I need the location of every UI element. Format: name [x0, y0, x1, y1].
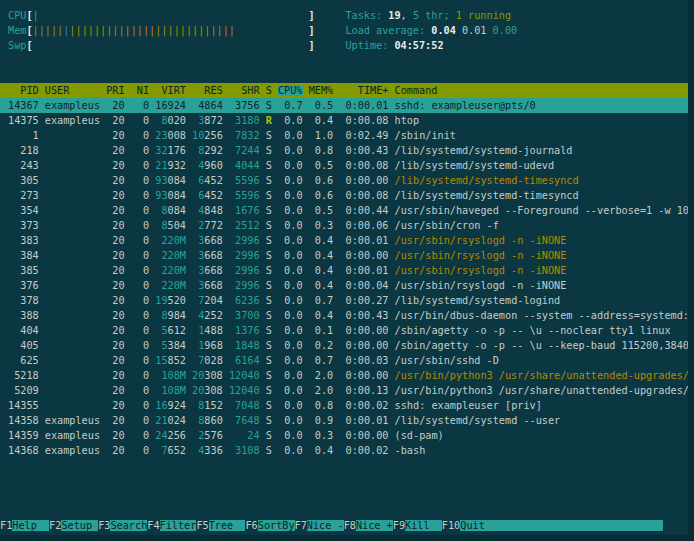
fkey-f9-kill[interactable]: F9Kill: [393, 520, 442, 531]
process-row[interactable]: 14355 20 0 16924 8152 7048 S 0.0 0.8 0:0…: [0, 398, 688, 413]
meter-empty: [39, 10, 309, 21]
column-header-time[interactable]: TIME+: [339, 85, 388, 96]
process-row[interactable]: 14375 exampleus 20 0 8020 3872 3180 R 0.…: [0, 113, 688, 128]
fkey-key-label[interactable]: F2: [49, 520, 61, 531]
process-row[interactable]: 5209 20 0 108M 20308 12040 S 0.0 2.0 0:0…: [0, 383, 688, 398]
process-row[interactable]: 376 20 0 220M 3668 2996 S 0.0 0.4 0:00.0…: [0, 278, 688, 293]
fkey-action-label[interactable]: SortBy: [258, 520, 295, 531]
column-header-shr[interactable]: SHR: [229, 85, 260, 96]
cell-mem: 0.5: [309, 100, 334, 111]
process-row[interactable]: 625 20 0 15852 7028 6164 S 0.0 0.7 0:00.…: [0, 353, 688, 368]
process-row[interactable]: 1 20 0 23008 10256 7832 S 0.0 1.0 0:02.4…: [0, 128, 688, 143]
process-row-selected[interactable]: 14367 exampleus 20 0 16924 4864 3756 S 0…: [0, 98, 688, 113]
process-row[interactable]: 405 20 0 5384 1968 1848 S 0.0 0.2 0:00.0…: [0, 338, 688, 353]
cell-time: 0:00.01: [339, 100, 388, 111]
fkey-f2-setup[interactable]: F2Setup: [49, 520, 98, 531]
fkey-action-label[interactable]: Help: [12, 520, 49, 531]
fkey-key-label[interactable]: F10: [442, 520, 460, 531]
cell-time: 0:00.08: [339, 115, 388, 126]
fkey-key-label[interactable]: F8: [344, 520, 356, 531]
cell-cpu: 0.0: [278, 115, 303, 126]
cell-pri: 20: [106, 190, 124, 201]
column-header-cmd[interactable]: Command: [395, 85, 438, 96]
cell-time: 0:00.00: [339, 325, 388, 336]
fkey-action-label[interactable]: Kill: [405, 520, 442, 531]
column-header-res[interactable]: RES: [192, 85, 223, 96]
process-row[interactable]: 14358 exampleus 20 0 21024 8860 7648 S 0…: [0, 413, 688, 428]
fkey-key-label[interactable]: F7: [295, 520, 307, 531]
fkey-f4-filter[interactable]: F4Filter: [147, 520, 196, 531]
cell-user: exampleus: [45, 415, 100, 426]
fkey-f7-nice[interactable]: F7Nice -: [295, 520, 344, 531]
cell-res: 668: [204, 280, 222, 291]
cell-shr: 2996: [229, 265, 260, 276]
cell-command: /usr/sbin/rsyslogd -n -iNONE: [395, 250, 567, 261]
fkey-f8-nice[interactable]: F8Nice +: [344, 520, 393, 531]
process-row[interactable]: 354 20 0 8084 4848 1676 S 0.0 0.5 0:00.4…: [0, 203, 688, 218]
fkey-action-label[interactable]: Search: [110, 520, 147, 531]
fkey-key-label[interactable]: F6: [245, 520, 257, 531]
cell-ni: 0: [131, 400, 149, 411]
cell-command: /lib/systemd/systemd-logind: [395, 295, 561, 306]
fkey-action-label[interactable]: Nice +: [356, 520, 393, 531]
fkey-key-label[interactable]: F5: [196, 520, 208, 531]
cell-pid: 388: [8, 310, 39, 321]
column-header-mem[interactable]: MEM%: [309, 85, 334, 96]
fkey-f3-search[interactable]: F3Search: [98, 520, 147, 531]
fkey-action-label[interactable]: Quit: [460, 520, 497, 531]
cell-mem: 0.8: [309, 400, 334, 411]
process-row[interactable]: 14368 exampleus 20 0 7652 4336 3108 S 0.…: [0, 443, 688, 458]
column-header-virt[interactable]: VIRT: [155, 85, 186, 96]
fkey-key-label[interactable]: F4: [147, 520, 159, 531]
column-header-ni[interactable]: NI: [131, 85, 149, 96]
process-row[interactable]: 385 20 0 220M 3668 2996 S 0.0 0.4 0:00.0…: [0, 263, 688, 278]
fkey-key-label[interactable]: F1: [0, 520, 12, 531]
process-row[interactable]: 383 20 0 220M 3668 2996 S 0.0 0.4 0:00.0…: [0, 233, 688, 248]
fkey-action-label[interactable]: Filter: [160, 520, 197, 531]
cell-pri: 20: [106, 325, 124, 336]
process-row[interactable]: 404 20 0 5612 1488 1376 S 0.0 0.1 0:00.0…: [0, 323, 688, 338]
process-row[interactable]: 388 20 0 8984 4252 3700 S 0.0 0.4 0:00.4…: [0, 308, 688, 323]
cell-res: 772: [204, 220, 222, 231]
cell-res: 1: [192, 340, 204, 351]
cell-pri: 20: [106, 130, 124, 141]
process-row[interactable]: 273 20 0 93084 6452 5596 S 0.0 0.6 0:00.…: [0, 188, 688, 203]
fkey-f1-help[interactable]: F1Help: [0, 520, 49, 531]
cell-virt: 220M: [155, 265, 186, 276]
column-header-cpu[interactable]: CPU%: [278, 85, 303, 96]
fkey-f10-quit[interactable]: F10Quit: [442, 520, 497, 531]
fkey-key-label[interactable]: F9: [393, 520, 405, 531]
cell-cpu: 0.0: [278, 145, 303, 156]
fkey-action-label[interactable]: Tree: [209, 520, 246, 531]
process-row[interactable]: 14359 exampleus 20 0 24256 2576 24 S 0.0…: [0, 428, 688, 443]
cell-user: [45, 400, 100, 411]
process-row[interactable]: 218 20 0 32176 8292 7244 S 0.0 0.8 0:00.…: [0, 143, 688, 158]
cell-res: 2: [192, 220, 204, 231]
cell-pid: 378: [8, 295, 39, 306]
fkey-f5-tree[interactable]: F5Tree: [196, 520, 245, 531]
cell-pid: 385: [8, 265, 39, 276]
process-row[interactable]: 243 20 0 21932 4960 4044 S 0.0 0.5 0:00.…: [0, 158, 688, 173]
cell-time: 0:00.44: [339, 205, 388, 216]
fkey-key-label[interactable]: F3: [98, 520, 110, 531]
column-header-pid[interactable]: PID: [8, 85, 39, 96]
process-row[interactable]: 384 20 0 220M 3668 2996 S 0.0 0.4 0:00.0…: [0, 248, 688, 263]
cell-virt: 084: [168, 205, 186, 216]
process-row[interactable]: 305 20 0 93084 6452 5596 S 0.0 0.6 0:00.…: [0, 173, 688, 188]
fkey-action-label[interactable]: Nice -: [307, 520, 344, 531]
fkey-action-label[interactable]: Setup: [61, 520, 98, 531]
cell-pid: 14368: [8, 445, 39, 456]
cell-shr: 3180: [229, 115, 260, 126]
cell-user: [45, 235, 100, 246]
cell-res: 8: [192, 145, 204, 156]
column-header-user[interactable]: USER: [45, 85, 100, 96]
process-row[interactable]: 378 20 0 19520 7204 6236 S 0.0 0.7 0:00.…: [0, 293, 688, 308]
cell-virt: 220M: [155, 280, 186, 291]
process-row[interactable]: 5218 20 0 108M 20308 12040 S 0.0 2.0 0:0…: [0, 368, 688, 383]
column-header-pri[interactable]: PRI: [106, 85, 124, 96]
process-row[interactable]: 373 20 0 8504 2772 2512 S 0.0 0.3 0:00.0…: [0, 218, 688, 233]
cell-mem: 0.4: [309, 115, 334, 126]
fkey-f6-sortby[interactable]: F6SortBy: [245, 520, 294, 531]
cell-shr: 5596: [229, 175, 260, 186]
htop-terminal: CPU[| ] Tasks: 19, 5 thr; 1 runningMem[|…: [0, 0, 688, 535]
